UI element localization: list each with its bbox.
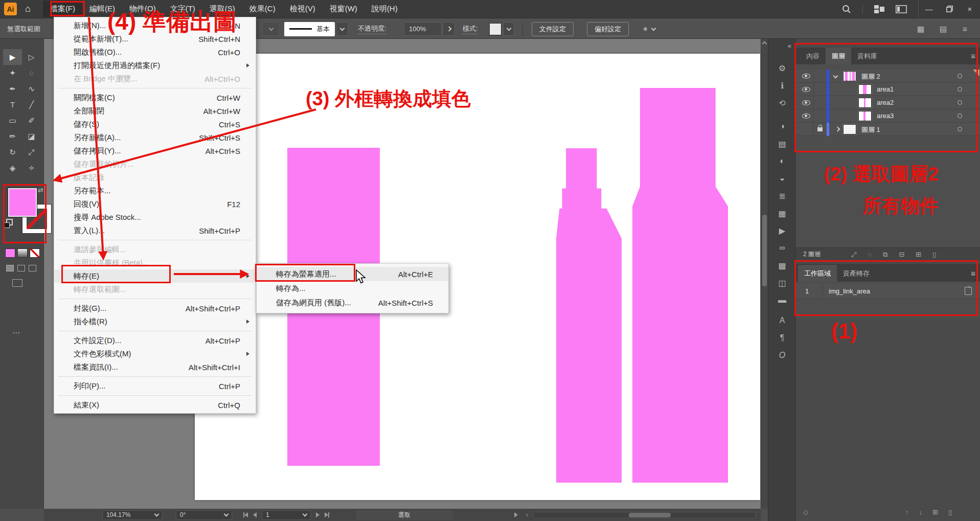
- menu-item-document-setup[interactable]: 文件設定(D)...Alt+Ctrl+P: [54, 334, 256, 347]
- menu-item-export[interactable]: 轉存(E): [54, 269, 256, 283]
- menu-window[interactable]: 視窗(W): [323, 1, 364, 17]
- artboard-number-dropdown[interactable]: 1: [262, 510, 311, 520]
- minimize-button[interactable]: —: [919, 0, 939, 18]
- expand-panels-icon[interactable]: «: [788, 42, 791, 50]
- new-sublayer-icon[interactable]: ⊟: [899, 251, 904, 258]
- paintbrush-tool[interactable]: ✐: [22, 112, 41, 128]
- tab-layers[interactable]: 圖層: [826, 48, 851, 64]
- color-mode-swatch[interactable]: [5, 248, 15, 258]
- tab-artboards[interactable]: 工作區域: [798, 265, 837, 282]
- paragraph-icon[interactable]: ¶: [768, 333, 796, 343]
- selection-tool[interactable]: ▶: [3, 49, 22, 65]
- grid-icon[interactable]: ▦: [917, 18, 924, 39]
- new-layer-icon[interactable]: ⊞: [916, 251, 921, 258]
- menu-item-new[interactable]: 新增(N)...Ctrl+N: [54, 19, 256, 32]
- actions-icon[interactable]: ▶: [768, 226, 796, 236]
- character-icon[interactable]: A: [768, 316, 796, 325]
- opacity-input[interactable]: 100%: [404, 22, 442, 36]
- direct-selection-tool[interactable]: ▷: [22, 49, 41, 65]
- menu-item-save-as-template[interactable]: 另存範本...: [54, 184, 256, 197]
- previous-artboard-icon[interactable]: [253, 512, 257, 517]
- scroll-left-icon[interactable]: ‹: [526, 511, 528, 518]
- selection-options-icon[interactable]: ⌖: [643, 18, 655, 39]
- visibility-icon[interactable]: [802, 74, 810, 79]
- rectangle-tool[interactable]: ▭: [3, 112, 22, 128]
- links-icon[interactable]: ∞: [768, 243, 796, 253]
- target-circle-icon[interactable]: [958, 114, 962, 118]
- menu-view[interactable]: 檢視(V): [283, 1, 323, 17]
- layer-row[interactable]: area3: [796, 109, 980, 123]
- target-circle-icon[interactable]: [958, 87, 962, 92]
- align-icon[interactable]: ▤: [940, 18, 947, 39]
- workspace-switcher-icon[interactable]: [874, 5, 884, 13]
- swap-fill-stroke-icon[interactable]: ⇄: [38, 186, 43, 194]
- menu-edit[interactable]: 編輯(E): [82, 1, 122, 17]
- pencil-tool[interactable]: ✏: [3, 128, 22, 144]
- eyedropper-tool[interactable]: ✧: [22, 160, 41, 176]
- curvature-tool[interactable]: ∿: [22, 81, 41, 97]
- vertical-scroll-thumb[interactable]: [762, 215, 767, 286]
- next-artboard-icon[interactable]: [316, 512, 320, 517]
- none-mode-swatch[interactable]: [30, 248, 40, 258]
- menu-type[interactable]: 文字(T): [163, 1, 202, 17]
- menu-item-document-color-mode[interactable]: 文件色彩模式(M): [54, 347, 256, 360]
- menu-item-save[interactable]: 儲存(S)Ctrl+S: [54, 118, 256, 131]
- target-circle-icon[interactable]: [958, 100, 962, 105]
- lock-icon[interactable]: [817, 127, 823, 131]
- gradient-icon[interactable]: ◐: [768, 156, 796, 166]
- delete-layer-icon[interactable]: ▯: [932, 251, 936, 258]
- object-thumbnail[interactable]: [858, 98, 872, 108]
- visibility-icon[interactable]: [802, 100, 810, 105]
- first-artboard-icon[interactable]: [243, 512, 248, 517]
- artboard-page-icon[interactable]: [965, 287, 972, 295]
- magenta-bottle-large[interactable]: [632, 88, 728, 483]
- line-segment-tool[interactable]: ╱: [22, 97, 41, 112]
- rotate-tool[interactable]: ↻: [3, 144, 22, 160]
- eraser-tool[interactable]: ◪: [22, 128, 41, 144]
- menu-item-new-from-template[interactable]: 從範本新增(T)...Shift+Ctrl+N: [54, 32, 256, 46]
- appearance-icon[interactable]: ≣: [768, 191, 796, 201]
- menu-item-scripts[interactable]: 指令檔(R): [54, 315, 256, 328]
- fill-color-swatch[interactable]: [8, 188, 37, 217]
- object-thumbnail[interactable]: [858, 84, 872, 95]
- target-circle-icon[interactable]: [958, 127, 962, 131]
- properties-icon[interactable]: ⚙: [768, 63, 796, 73]
- asset-export-icon[interactable]: ◫: [768, 278, 796, 288]
- pen-tool[interactable]: ✒: [3, 81, 22, 97]
- pattern-icon[interactable]: ▩: [768, 261, 796, 270]
- zoom-level-dropdown[interactable]: 104.17%: [102, 510, 163, 520]
- opentype-icon[interactable]: O: [768, 351, 796, 360]
- layer-row[interactable]: 圖層 1: [796, 123, 980, 136]
- document-setup-button[interactable]: 文件設定: [532, 22, 574, 36]
- edit-toolbar-icon[interactable]: ⋯: [12, 328, 21, 337]
- color-icon[interactable]: ◑: [768, 122, 796, 131]
- object-thumbnail[interactable]: [858, 111, 872, 121]
- swatches-icon[interactable]: ▤: [768, 139, 796, 149]
- info-icon[interactable]: ℹ: [768, 81, 796, 90]
- draw-behind-icon[interactable]: [17, 265, 25, 271]
- shape-builder-tool[interactable]: ◈: [3, 160, 22, 176]
- locate-object-icon[interactable]: ◌: [868, 251, 872, 258]
- move-down-icon[interactable]: ↓: [919, 508, 923, 516]
- layer-name[interactable]: 圖層 1: [861, 125, 880, 134]
- style-swatch[interactable]: [489, 23, 502, 35]
- restore-button[interactable]: [939, 0, 960, 18]
- visibility-icon[interactable]: [802, 87, 810, 92]
- clipping-mask-icon[interactable]: ⧉: [883, 251, 887, 259]
- expand-layer-icon[interactable]: [835, 127, 840, 132]
- object-name[interactable]: area3: [877, 112, 894, 120]
- menu-item-search-adobe-stock[interactable]: 搜尋 Adobe Stock...: [54, 211, 256, 224]
- magic-wand-tool[interactable]: ✦: [3, 65, 22, 81]
- layer-row[interactable]: area2: [796, 96, 980, 109]
- preferences-button[interactable]: 偏好設定: [587, 22, 629, 36]
- tab-libraries[interactable]: 資料庫: [851, 48, 883, 64]
- move-panel-icon[interactable]: ◇: [803, 508, 808, 516]
- arrange-documents-icon[interactable]: [896, 5, 907, 13]
- visibility-icon[interactable]: [802, 114, 810, 119]
- menu-object[interactable]: 物件(O): [122, 1, 163, 17]
- object-name[interactable]: area1: [877, 85, 894, 93]
- menu-item-package[interactable]: 封裝(G)...Alt+Shift+Ctrl+P: [54, 302, 256, 315]
- type-tool[interactable]: T: [3, 97, 22, 112]
- brush-definition-dropdown[interactable]: 基本: [284, 22, 335, 36]
- transparency-icon[interactable]: ◒: [768, 174, 796, 183]
